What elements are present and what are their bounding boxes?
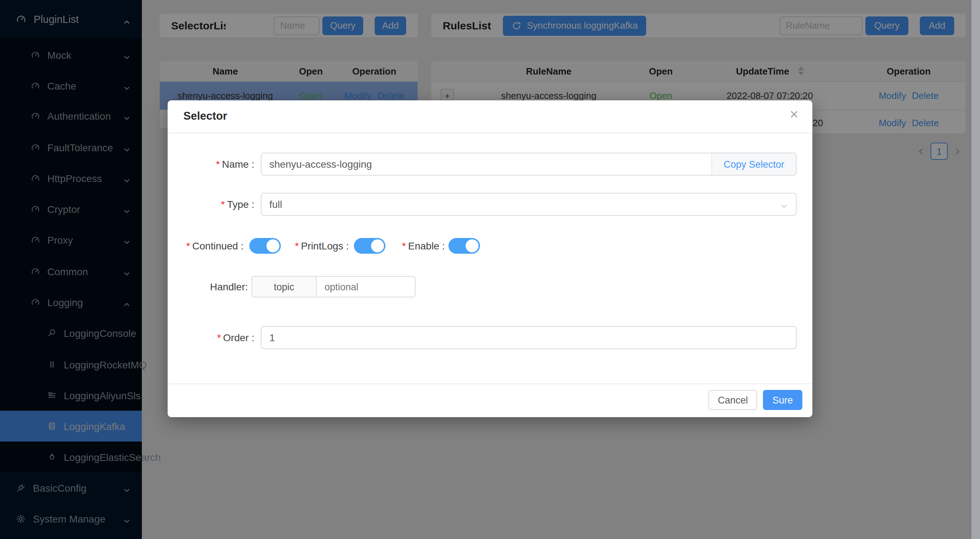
type-select-value: full xyxy=(261,199,290,210)
type-select[interactable]: full xyxy=(261,193,797,216)
handler-input-group: topic xyxy=(251,276,415,297)
handler-addon: topic xyxy=(252,277,317,297)
order-input-group xyxy=(261,326,797,349)
handler-input[interactable] xyxy=(317,277,415,297)
printlogs-toggle[interactable] xyxy=(354,238,385,254)
cancel-button[interactable]: Cancel xyxy=(708,390,757,410)
name-input[interactable] xyxy=(261,153,711,175)
modal-header: Selector xyxy=(168,100,812,133)
scrollbar[interactable] xyxy=(971,0,980,539)
copy-selector-button[interactable]: Copy Selector xyxy=(711,153,796,175)
enable-toggle[interactable] xyxy=(449,238,480,254)
handler-field-label: Handler: xyxy=(168,276,248,297)
printlogs-field-label: *PrintLogs : xyxy=(275,238,349,254)
toggle-knob xyxy=(371,239,384,252)
order-input[interactable] xyxy=(261,327,796,348)
viewport: PluginList Mock Cache Authentication Fau… xyxy=(0,0,980,539)
continued-field-label: *Continued : xyxy=(168,238,243,254)
name-input-group: Copy Selector xyxy=(261,153,797,175)
chevron-down-icon xyxy=(780,201,788,212)
selector-modal: Selector *Name : Copy Selector *Type : f… xyxy=(168,100,812,417)
order-field-label: *Order : xyxy=(168,326,254,349)
modal-title: Selector xyxy=(183,110,227,123)
name-field-label: *Name : xyxy=(168,153,254,175)
sure-button[interactable]: Sure xyxy=(763,390,802,410)
app: PluginList Mock Cache Authentication Fau… xyxy=(0,0,980,539)
enable-field-label: *Enable : xyxy=(383,238,445,254)
modal-footer-divider xyxy=(168,383,812,384)
toggle-knob xyxy=(466,239,479,252)
close-icon[interactable] xyxy=(789,109,799,122)
type-field-label: *Type : xyxy=(168,193,254,216)
